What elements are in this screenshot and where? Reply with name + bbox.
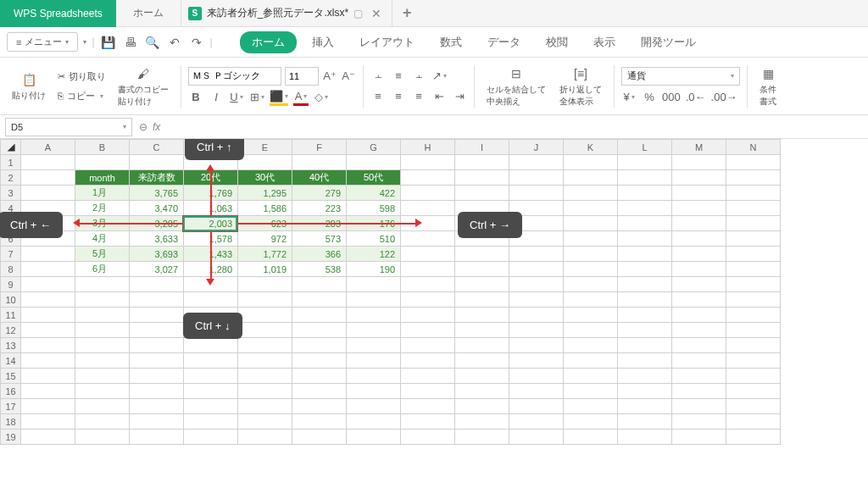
row-header[interactable]: 7	[1, 247, 21, 262]
cell[interactable]	[75, 308, 130, 323]
close-tab-icon[interactable]: ✕	[368, 7, 385, 20]
new-tab-button[interactable]: +	[392, 0, 422, 27]
cell[interactable]: 598	[347, 201, 401, 216]
cell[interactable]	[726, 262, 781, 277]
font-select[interactable]	[188, 67, 281, 86]
cell[interactable]	[564, 399, 618, 414]
cell[interactable]: 1,295	[238, 186, 292, 201]
cell[interactable]	[455, 292, 509, 308]
cell[interactable]	[75, 414, 130, 430]
row-header[interactable]: 9	[1, 277, 21, 292]
cell[interactable]	[672, 186, 726, 201]
col-header[interactable]: E	[238, 140, 292, 155]
undo-icon[interactable]: ↶	[166, 34, 183, 51]
cell[interactable]	[347, 353, 401, 369]
cell[interactable]	[726, 430, 781, 445]
cell[interactable]: 223	[292, 201, 347, 216]
row-header[interactable]: 12	[1, 323, 21, 338]
col-header[interactable]: A	[21, 140, 75, 155]
cell[interactable]	[455, 247, 509, 262]
cell[interactable]	[455, 338, 509, 353]
cell[interactable]	[347, 430, 401, 445]
cell[interactable]	[455, 262, 509, 277]
cell[interactable]: 5月	[75, 247, 130, 262]
save-icon[interactable]: 💾	[100, 34, 117, 51]
cell[interactable]: 190	[347, 262, 401, 277]
cell[interactable]	[401, 414, 455, 430]
cell[interactable]	[21, 277, 75, 292]
cell[interactable]	[238, 353, 292, 369]
cell[interactable]	[184, 399, 238, 414]
cell[interactable]	[509, 292, 564, 308]
cell[interactable]	[21, 353, 75, 369]
col-header[interactable]: H	[401, 140, 455, 155]
cell[interactable]	[726, 414, 781, 430]
row-header[interactable]: 17	[1, 399, 21, 414]
cell[interactable]	[509, 430, 564, 445]
cell[interactable]	[21, 262, 75, 277]
cell[interactable]	[455, 323, 509, 338]
cell[interactable]	[618, 292, 672, 308]
cell[interactable]	[347, 338, 401, 353]
ribbon-tab-dev[interactable]: 開発ツール	[631, 31, 706, 53]
cell[interactable]	[618, 155, 672, 170]
cell[interactable]: 279	[292, 186, 347, 201]
cell[interactable]	[726, 201, 781, 216]
cell[interactable]	[238, 430, 292, 445]
paste-group[interactable]: 📋 貼り付け	[7, 61, 51, 111]
print-icon[interactable]: 🖶	[122, 34, 139, 51]
cell[interactable]	[509, 186, 564, 201]
name-box[interactable]: D5▾	[5, 118, 132, 136]
cell[interactable]	[509, 384, 564, 399]
cell[interactable]	[292, 323, 347, 338]
cell[interactable]: 2月	[75, 201, 130, 216]
cell[interactable]	[509, 369, 564, 384]
ribbon-tab-view[interactable]: 表示	[583, 31, 626, 53]
cell[interactable]	[509, 170, 564, 186]
cell[interactable]: 366	[292, 247, 347, 262]
decrease-decimal-icon[interactable]: .0←	[686, 89, 706, 106]
cell[interactable]	[564, 338, 618, 353]
cell[interactable]	[672, 155, 726, 170]
align-top-icon[interactable]: ⫠	[370, 68, 386, 85]
col-header[interactable]: B	[75, 140, 130, 155]
row-header[interactable]: 2	[1, 170, 21, 186]
window-icon[interactable]: ▢	[353, 8, 363, 19]
cell[interactable]	[75, 292, 130, 308]
cell[interactable]	[564, 277, 618, 292]
cell[interactable]	[347, 323, 401, 338]
cell[interactable]	[564, 430, 618, 445]
cell[interactable]: 来訪者数	[130, 170, 184, 186]
col-header[interactable]: F	[292, 140, 347, 155]
cell[interactable]	[292, 430, 347, 445]
cell[interactable]	[672, 430, 726, 445]
cell[interactable]: 972	[238, 231, 292, 247]
cell[interactable]	[618, 323, 672, 338]
cell[interactable]	[292, 308, 347, 323]
cell[interactable]	[618, 369, 672, 384]
cell[interactable]	[455, 399, 509, 414]
cell[interactable]	[75, 430, 130, 445]
cell[interactable]	[672, 231, 726, 247]
ribbon-tab-formula[interactable]: 数式	[430, 31, 472, 53]
cell[interactable]	[564, 292, 618, 308]
cell[interactable]	[672, 170, 726, 186]
cell[interactable]	[401, 247, 455, 262]
row-header[interactable]: 19	[1, 430, 21, 445]
border-button[interactable]: ⊞▾	[249, 89, 264, 106]
cell[interactable]	[347, 292, 401, 308]
col-header[interactable]: N	[726, 140, 781, 155]
cell[interactable]	[509, 353, 564, 369]
cell[interactable]	[509, 414, 564, 430]
cell[interactable]	[347, 384, 401, 399]
home-tab[interactable]: ホーム	[116, 0, 181, 27]
ribbon-tab-home[interactable]: ホーム	[240, 31, 297, 53]
cell[interactable]: 1,019	[238, 262, 292, 277]
cell[interactable]	[401, 292, 455, 308]
conditional-format-group[interactable]: ▦ 条件 書式	[754, 61, 782, 111]
cell[interactable]	[726, 155, 781, 170]
increase-decimal-icon[interactable]: .00→	[711, 89, 737, 106]
cell[interactable]	[347, 399, 401, 414]
cell[interactable]	[509, 262, 564, 277]
cell[interactable]	[564, 369, 618, 384]
